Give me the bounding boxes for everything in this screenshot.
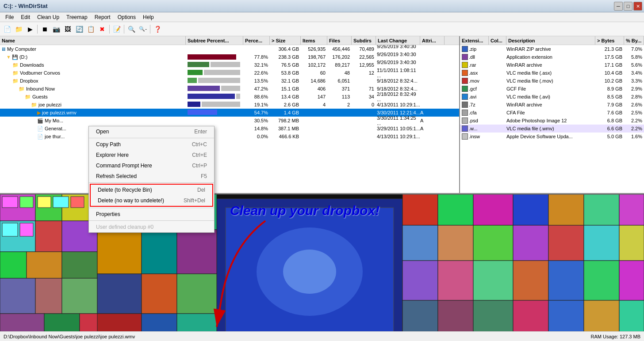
wmv-ext-pct: 2.2%	[624, 126, 644, 131]
ext-row-wmv[interactable]: .w... VLC media file (.wmv) 6.6 GB 2.2%	[460, 125, 644, 133]
tb-copy-btn[interactable]: 📋	[85, 24, 96, 34]
zip-pct: 7.0%	[624, 46, 644, 52]
vodburner-bar2	[204, 70, 240, 75]
col-files[interactable]: Files	[327, 36, 352, 45]
tb-doc-btn[interactable]: 📝	[111, 24, 122, 34]
tb-delete-btn[interactable]: ✖	[97, 24, 107, 34]
rar-ext: .rar	[469, 62, 476, 68]
ctx-delete-group: Delete (to Recycle Bin) Del Delete (no w…	[90, 184, 213, 207]
svg-rect-14	[35, 278, 62, 314]
asx-ext: .asx	[469, 70, 478, 76]
mycomputer-label: My Computer	[7, 46, 36, 52]
ext-row-asx[interactable]: .asx VLC media file (.asx) 10.4 GB 3.4%	[460, 69, 644, 77]
tb-zoom-in-btn[interactable]: 🔍	[126, 24, 137, 34]
col-subtree[interactable]: Subtree Percent...	[186, 36, 243, 45]
ext-row-avi[interactable]: .avi VLC media file (.avi) 8.5 GB 2.8%	[460, 93, 644, 101]
tb-cam2-btn[interactable]: 🖼	[62, 24, 73, 34]
d-files: 176,202	[327, 54, 352, 60]
ext-row-psd[interactable]: .psd Adobe Photoshop Image 12 6.8 GB 2.2…	[460, 117, 644, 125]
ext-col-pct[interactable]: % By...	[624, 36, 644, 45]
mymo-label: My Mo...	[45, 118, 63, 123]
col-subdirs[interactable]: Subdirs	[352, 36, 376, 45]
tree-row-vodburner[interactable]: 📁 Vodburner Convos 22.6% 53.8 GB 60 48 1…	[0, 69, 459, 77]
ext-row-rar[interactable]: .rar WinRAR archive 17.1 GB 5.6%	[460, 61, 644, 69]
generat-attrib: A	[420, 126, 445, 131]
ctx-delete-permanent[interactable]: Delete (no way to undelete!) Shift+Del	[91, 195, 212, 206]
svg-rect-12	[62, 252, 97, 278]
close-button[interactable]: ✕	[633, 2, 642, 11]
svg-rect-36	[584, 194, 619, 225]
tb-new-btn[interactable]: 📄	[2, 24, 12, 34]
ctx-refresh[interactable]: Refresh Selected F5	[89, 171, 214, 182]
minimize-button[interactable]: ─	[614, 2, 623, 11]
tb-reload-btn[interactable]: 🔄	[74, 24, 84, 34]
menu-help[interactable]: Help	[139, 13, 157, 21]
svg-rect-35	[548, 194, 584, 225]
ext-row-gcf[interactable]: .gcf GCF File 8.9 GB 2.9%	[460, 85, 644, 93]
col-size[interactable]: > Size	[270, 36, 301, 45]
ext-row-zip[interactable]: .zip WinRAR ZIP archive 21.3 GB 7.0%	[460, 45, 644, 53]
tb-cam1-btn[interactable]: 📷	[51, 24, 61, 34]
ctx-explorer-here[interactable]: Explorer Here Ctrl+E	[89, 150, 214, 160]
svg-rect-46	[438, 261, 473, 300]
ext-row-insw[interactable]: .insw Apple Device Software Upda... 5.0 …	[460, 133, 644, 140]
tree-row-joethur[interactable]: 📄 joe thur... 0.0% 466.6 KB 4/13/2011 10…	[0, 133, 459, 140]
ctx-explorer-label: Explorer Here	[96, 152, 129, 158]
title-bar: C:|: - WinDirStat ─ □ ✕	[0, 0, 644, 12]
ext-row-mov[interactable]: .mov VLC media file (.mov) 10.2 GB 3.3%	[460, 77, 644, 85]
tb-open-btn[interactable]: 📁	[13, 24, 24, 34]
tree-row-guests[interactable]: 📁 Guests 88.6% 13.4 GB 147 113 34 2/18/2…	[0, 93, 459, 101]
menu-file[interactable]: File	[2, 13, 17, 21]
menu-report[interactable]: Report	[91, 13, 114, 21]
col-attrib[interactable]: Attri...	[420, 36, 445, 45]
tree-row-mymo[interactable]: 🎬 My Mo... 30.5% 798.2 MB 3/30/2011 1:34…	[0, 117, 459, 125]
ctx-open[interactable]: Open Enter	[89, 126, 214, 137]
maximize-button[interactable]: □	[624, 2, 632, 11]
ext-row-dll[interactable]: .dll Application extension 17.5 GB 5.8%	[460, 53, 644, 61]
rar-desc: WinRAR archive	[506, 62, 595, 68]
tb-help-btn[interactable]: ❓	[152, 24, 163, 34]
ctx-cmd-here[interactable]: Command Prompt Here Ctrl+P	[89, 160, 214, 171]
ext-col-desc[interactable]: Description	[506, 36, 595, 45]
ext-col-color[interactable]: Col...	[489, 36, 506, 45]
tree-row-dropbox[interactable]: 📁 Dropbox 13.5% 32.1 GB 14,686 6,051 9/1…	[0, 77, 459, 85]
tb-refresh-btn[interactable]: ▶	[25, 24, 35, 34]
menu-options[interactable]: Options	[114, 13, 139, 21]
ext-row-7z[interactable]: .7z WinRAR archive 7.9 GB 2.6%	[460, 101, 644, 109]
ctx-open-label: Open	[96, 129, 109, 135]
menu-treemap[interactable]: Treemap	[63, 13, 91, 21]
tb-zoom-out-btn[interactable]: 🔍-	[138, 24, 148, 34]
tree-row-generat[interactable]: 📄 Generat... 14.8% 387.1 MB 3/29/2011 10…	[0, 125, 459, 133]
col-items[interactable]: Items	[301, 36, 327, 45]
menu-edit[interactable]: Edit	[17, 13, 34, 21]
menu-cleanup[interactable]: Clean Up	[34, 13, 63, 21]
asx-bytes: 10.4 GB	[595, 70, 624, 76]
ctx-copy-path[interactable]: Copy Path Ctrl+C	[89, 139, 214, 150]
ctx-delete-recycle[interactable]: Delete (to Recycle Bin) Del	[91, 185, 212, 195]
svg-rect-38	[402, 225, 438, 261]
asx-desc: VLC media file (.asx)	[506, 70, 595, 76]
col-lastchange[interactable]: Last Change	[376, 36, 420, 45]
guests-percent: 88.6%	[243, 94, 270, 99]
ext-row-cfa[interactable]: .cfa CFA File 7.6 GB 2.5%	[460, 109, 644, 117]
dropbox-icon: 📁	[12, 78, 19, 84]
col-name[interactable]: Name	[0, 36, 186, 45]
d-items: 198,767	[301, 54, 327, 60]
7z-pct: 2.6%	[624, 102, 644, 107]
ext-col-bytes[interactable]: > Bytes	[595, 36, 624, 45]
tree-row-joe-folder[interactable]: 📁 joe pulezzi 19.1% 2.6 GB 4 2 0 4/13/20…	[0, 101, 459, 109]
svg-rect-37	[619, 194, 644, 225]
dropbox-bar2	[198, 78, 240, 83]
avi-color-swatch	[462, 94, 468, 100]
vodburner-files: 48	[327, 70, 352, 76]
mov-color-swatch	[462, 78, 468, 84]
col-perce[interactable]: Perce...	[243, 36, 270, 45]
toolbar-separator-1	[37, 25, 38, 34]
ext-col-ext[interactable]: Extensi...	[460, 36, 489, 45]
joe-folder-lastchange: 4/13/2011 10:29:1...	[376, 102, 420, 107]
svg-rect-27	[177, 274, 217, 314]
vodburner-icon: 📁	[12, 70, 19, 76]
ctx-properties[interactable]: Properties	[89, 209, 214, 220]
svg-rect-52	[402, 300, 438, 331]
tb-stop-btn[interactable]: ⏹	[39, 24, 50, 34]
